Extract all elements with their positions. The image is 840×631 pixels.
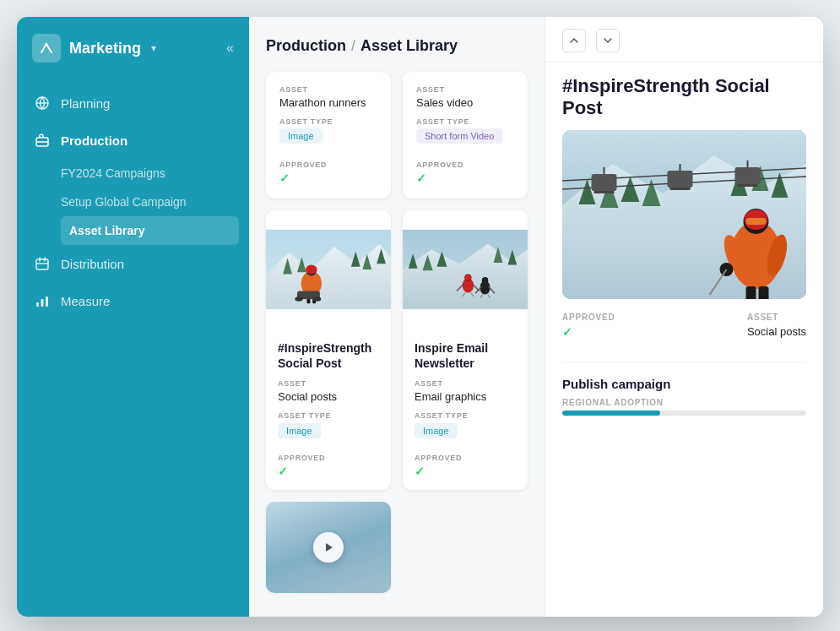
sidebar-item-measure[interactable]: Measure bbox=[17, 282, 249, 319]
type-value-1: Image bbox=[279, 128, 377, 152]
sidebar-item-planning-label: Planning bbox=[61, 96, 110, 111]
type-label-1: ASSET TYPE bbox=[279, 117, 377, 126]
detail-title: #InspireStrength Social Post bbox=[545, 62, 823, 130]
video-preview bbox=[266, 502, 391, 593]
briefcase-icon bbox=[34, 132, 51, 149]
approved-label-3: APPROVED bbox=[278, 454, 379, 462]
sidebar-item-fy2024[interactable]: FY2024 Campaigns bbox=[61, 159, 249, 188]
svg-rect-9 bbox=[41, 299, 44, 307]
breadcrumb-current: Asset Library bbox=[360, 37, 458, 55]
svg-rect-75 bbox=[746, 286, 756, 299]
approved-check-3: ✓ bbox=[278, 465, 379, 478]
sidebar-item-measure-label: Measure bbox=[61, 294, 110, 308]
sidebar-item-production-label: Production bbox=[61, 133, 127, 148]
svg-rect-8 bbox=[36, 302, 39, 307]
detail-hero-image bbox=[562, 130, 806, 299]
asset-card-video[interactable] bbox=[266, 502, 391, 593]
sidebar-header: Marketing ▾ « bbox=[17, 17, 249, 78]
card-body-3: #InspireStrength Social Post ASSET Socia… bbox=[266, 329, 391, 490]
sidebar-item-global[interactable]: Setup Global Campaign bbox=[61, 188, 249, 216]
sidebar-item-distribution-label: Distribution bbox=[61, 257, 124, 271]
sidebar-item-planning[interactable]: Planning bbox=[17, 84, 249, 122]
detail-panel: #InspireStrength Social Post bbox=[545, 17, 823, 617]
detail-asset-col: Asset Social posts bbox=[747, 313, 806, 339]
brand-chevron-icon: ▾ bbox=[151, 42, 156, 54]
asset-card-2[interactable]: ASSET Sales video ASSET TYPE Short form … bbox=[403, 72, 528, 199]
asset-grid-panel: Production / Asset Library ASSET Maratho… bbox=[249, 17, 545, 617]
type-value-2: Short form Video bbox=[416, 128, 514, 152]
bar-chart-icon bbox=[34, 292, 51, 309]
detail-regional-label: Regional adoption bbox=[562, 398, 806, 407]
type-badge-1: Image bbox=[279, 128, 322, 144]
sidebar-nav: Planning Production FY2024 Campaigns Set… bbox=[17, 78, 249, 617]
card-title-3: #InspireStrength Social Post bbox=[278, 340, 379, 371]
asset-value-4: Email graphics bbox=[415, 390, 516, 403]
sidebar-item-distribution[interactable]: Distribution bbox=[17, 245, 249, 282]
detail-approved-label: Approved bbox=[562, 313, 615, 322]
type-badge-3: Image bbox=[278, 423, 321, 438]
svg-rect-4 bbox=[36, 259, 48, 269]
ski-scene-image-1 bbox=[266, 210, 391, 329]
detail-nav-down[interactable] bbox=[596, 29, 620, 52]
detail-asset-value: Social posts bbox=[747, 325, 806, 338]
brand-name: Marketing bbox=[69, 40, 141, 57]
sidebar-item-production[interactable]: Production bbox=[17, 122, 249, 159]
play-button[interactable] bbox=[313, 532, 344, 563]
detail-meta-row-1: Approved ✓ Asset Social posts bbox=[562, 313, 806, 339]
asset-value-1: Marathon runners bbox=[279, 96, 377, 109]
asset-label-1: ASSET bbox=[279, 85, 377, 94]
app-window: Marketing ▾ « Planning bbox=[17, 17, 823, 617]
asset-card-3[interactable]: #InspireStrength Social Post ASSET Socia… bbox=[266, 210, 391, 490]
detail-progress-fill bbox=[562, 411, 660, 416]
svg-rect-10 bbox=[46, 296, 48, 307]
detail-progress-bar bbox=[562, 411, 806, 416]
play-overlay bbox=[266, 502, 391, 593]
asset-label-2: ASSET bbox=[416, 85, 514, 94]
asset-value-2: Sales video bbox=[416, 96, 514, 109]
asset-card-4[interactable]: Inspire Email Newsletter ASSET Email gra… bbox=[403, 210, 528, 490]
svg-rect-76 bbox=[759, 286, 769, 299]
asset-label-4: ASSET bbox=[415, 379, 516, 388]
svg-point-0 bbox=[46, 43, 48, 46]
detail-approved-col: Approved ✓ bbox=[562, 313, 615, 339]
type-label-2: ASSET TYPE bbox=[416, 117, 514, 126]
detail-meta: Approved ✓ Asset Social posts bbox=[545, 313, 823, 352]
type-badge-2: Short form Video bbox=[416, 128, 502, 144]
asset-label-3: ASSET bbox=[278, 379, 379, 388]
approved-check-4: ✓ bbox=[415, 465, 516, 478]
detail-section-title: Publish campaign bbox=[545, 377, 823, 398]
svg-point-42 bbox=[482, 277, 488, 283]
card-body-4: Inspire Email Newsletter ASSET Email gra… bbox=[403, 329, 528, 490]
detail-divider bbox=[562, 362, 806, 363]
sidebar: Marketing ▾ « Planning bbox=[17, 17, 249, 617]
type-badge-4: Image bbox=[415, 423, 458, 438]
detail-nav-up[interactable] bbox=[562, 29, 586, 52]
detail-approved-check: ✓ bbox=[562, 325, 615, 339]
asset-card-1[interactable]: ASSET Marathon runners ASSET TYPE Image … bbox=[266, 72, 391, 199]
ski-scene-image-2 bbox=[403, 210, 528, 329]
svg-point-25 bbox=[313, 296, 321, 301]
svg-point-35 bbox=[464, 275, 471, 280]
collapse-button[interactable]: « bbox=[226, 41, 234, 56]
card-title-4: Inspire Email Newsletter bbox=[415, 340, 516, 371]
svg-rect-71 bbox=[746, 218, 767, 225]
svg-marker-47 bbox=[326, 543, 333, 552]
asset-value-3: Social posts bbox=[278, 390, 379, 403]
approved-check-2: ✓ bbox=[416, 171, 514, 185]
type-label-4: ASSET TYPE bbox=[415, 411, 516, 420]
svg-rect-63 bbox=[670, 188, 691, 190]
breadcrumb-separator: / bbox=[351, 37, 355, 55]
calendar-icon bbox=[34, 255, 51, 272]
approved-check-1: ✓ bbox=[279, 171, 377, 185]
detail-asset-label: Asset bbox=[747, 313, 806, 322]
detail-regional-field: Regional adoption bbox=[545, 398, 823, 426]
brand-icon bbox=[32, 34, 61, 63]
svg-rect-59 bbox=[592, 174, 617, 191]
sidebar-item-asset-library[interactable]: Asset Library bbox=[61, 216, 239, 245]
breadcrumb-parent: Production bbox=[266, 37, 346, 55]
svg-rect-62 bbox=[668, 171, 693, 188]
svg-point-24 bbox=[295, 296, 302, 301]
svg-point-22 bbox=[306, 265, 317, 275]
svg-rect-60 bbox=[594, 191, 615, 193]
svg-rect-65 bbox=[735, 167, 761, 184]
